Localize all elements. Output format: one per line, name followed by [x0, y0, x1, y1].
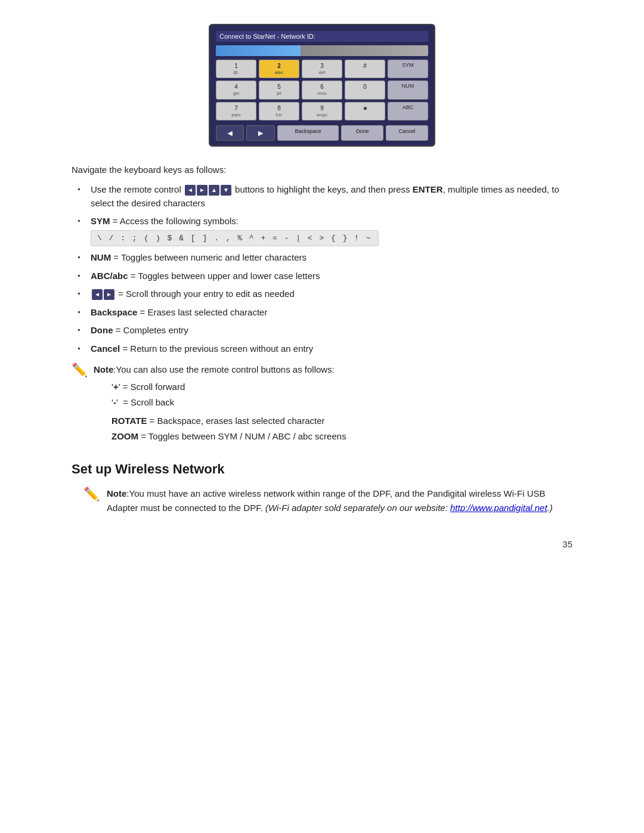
remote-arrows: ◄ ► ▲ ▼	[185, 185, 231, 196]
sym-bold: SYM	[91, 216, 110, 226]
remote-shortcuts-list: '+' = Scroll forward '-' = Scroll back	[94, 379, 346, 410]
abc-text: = Toggles between upper and lower case l…	[131, 271, 320, 281]
bullet-remote-control: Use the remote control ◄ ► ▲ ▼ buttons t…	[78, 183, 572, 210]
bullet-cancel: Cancel = Return to the previous screen w…	[78, 342, 572, 356]
section-heading: Set up Wireless Network	[72, 462, 572, 477]
main-content: Navigate the keyboard keys as follows: U…	[72, 165, 572, 444]
keyboard-title: Connect to StarNet - Network ID:	[216, 31, 428, 42]
key-1-at[interactable]: 1@.	[216, 60, 256, 78]
key-8-tuv[interactable]: 8tuv	[259, 102, 299, 120]
remote-down-icon: ▼	[221, 185, 231, 196]
keyboard-simulator: Connect to StarNet - Network ID: 1@. 2ab…	[209, 24, 435, 147]
key-left-arrow[interactable]: ◄	[216, 125, 244, 141]
note-content: Note:You can also use the remote control…	[94, 363, 346, 444]
sym-text: = Access the following symbols:	[113, 216, 239, 226]
key-abc-caps[interactable]: ABC	[388, 102, 428, 120]
num-bold: NUM	[91, 252, 111, 262]
key-5-jkl[interactable]: 5jkl	[259, 80, 299, 99]
rotate-zoom-block: ROTATE = Backspace, erases last selected…	[94, 413, 346, 444]
done-bold: Done	[91, 325, 113, 335]
key-backspace[interactable]: Backspace	[277, 125, 339, 141]
key-cancel[interactable]: Cancel	[386, 125, 428, 141]
backspace-text: = Erases last selected character	[140, 307, 268, 317]
keyboard-row-1: 1@. 2abc 3def # SYM	[216, 60, 428, 78]
remote-right-icon: ►	[197, 185, 208, 196]
keyboard-input-row	[216, 45, 428, 56]
rotate-text: ROTATE = Backspace, erases last selected…	[112, 413, 346, 429]
note-bold: Note	[94, 364, 113, 374]
key-3-def[interactable]: 3def	[302, 60, 342, 78]
note-pencil-icon: ✏️	[72, 363, 88, 378]
key-6-mno[interactable]: 6mno	[302, 80, 342, 99]
keyboard-input-fill	[216, 45, 428, 56]
key-7-pqrs[interactable]: 7pqrs	[216, 102, 256, 120]
shortcut-plus-key: '+'	[112, 382, 120, 392]
enter-bold: ENTER	[413, 184, 443, 194]
key-right-arrow[interactable]: ►	[246, 125, 274, 141]
zoom-bold: ZOOM	[112, 431, 138, 441]
keyboard-bottom-row: ◄ ► Backspace Done Cancel	[216, 125, 428, 141]
num-text: = Toggles between numeric and letter cha…	[113, 252, 306, 262]
key-2-abc[interactable]: 2abc	[259, 60, 299, 78]
bullet-list: Use the remote control ◄ ► ▲ ▼ buttons t…	[72, 183, 572, 355]
bullet-remote-prefix: Use the remote control	[91, 184, 184, 194]
key-num[interactable]: NUM	[388, 80, 428, 99]
bullet-num: NUM = Toggles between numeric and letter…	[78, 251, 572, 265]
key-sym[interactable]: SYM	[388, 60, 428, 78]
key-hash[interactable]: #	[345, 60, 385, 78]
key-star[interactable]: ★	[345, 102, 385, 120]
shortcut-minus: '-' = Scroll back	[112, 395, 346, 410]
keyboard-row-2: 4ghi 5jkl 6mno 0 NUM	[216, 80, 428, 99]
scroll-text: = Scroll through your entry to edit as n…	[118, 289, 295, 299]
zoom-text: ZOOM = Toggles between SYM / NUM / ABC /…	[112, 429, 346, 444]
bullet-backspace: Backspace = Erases last selected charact…	[78, 306, 572, 320]
bullet-abc: ABC/abc = Toggles between upper and lowe…	[78, 270, 572, 283]
remote-up-icon: ▲	[209, 185, 219, 196]
wireless-note-text: Note:You must have an active wireless ne…	[107, 487, 572, 515]
sym-bar: \ / : ; ( ) $ & [ ] . , % ^ + = - | < > …	[91, 230, 379, 247]
key-done[interactable]: Done	[341, 125, 383, 141]
page-number: 35	[72, 539, 572, 549]
bullet-done: Done = Completes entry	[78, 324, 572, 337]
scroll-right-icon: ►	[104, 289, 114, 300]
abc-bold: ABC/abc	[91, 271, 128, 281]
key-4-ghi[interactable]: 4ghi	[216, 80, 256, 99]
keyboard-image-container: Connect to StarNet - Network ID: 1@. 2ab…	[72, 24, 572, 147]
bullet-sym: SYM = Access the following symbols: \ / …	[78, 215, 572, 246]
pandigital-link[interactable]: http://www.pandigital.net	[450, 503, 547, 513]
note-text: Note:You can also use the remote control…	[94, 364, 335, 374]
shortcut-plus: '+' = Scroll forward	[112, 379, 346, 395]
wireless-note-bold: Note	[107, 488, 126, 498]
intro-text: Navigate the keyboard keys as follows:	[72, 165, 572, 175]
scroll-left-icon: ◄	[92, 289, 103, 300]
keyboard-row-3: 7pqrs 8tuv 9wxyz ★ ABC	[216, 102, 428, 120]
wireless-italic-text: (Wi-Fi adapter sold separately on our we…	[265, 503, 553, 513]
done-text: = Completes entry	[116, 325, 188, 335]
cancel-text: = Return to the previous screen without …	[122, 343, 313, 354]
cancel-bold: Cancel	[91, 343, 120, 354]
note-block: ✏️ Note:You can also use the remote cont…	[72, 363, 572, 444]
key-9-wxyz[interactable]: 9wxyz	[302, 102, 342, 120]
scroll-arrows-icon: ◄ ►	[92, 289, 114, 300]
shortcut-minus-key: '-'	[112, 397, 118, 407]
bullet-scroll-arrows: ◄ ► = Scroll through your entry to edit …	[78, 287, 572, 301]
backspace-bold: Backspace	[91, 307, 137, 317]
remote-left-icon: ◄	[185, 185, 196, 196]
rotate-bold: ROTATE	[112, 416, 147, 426]
wireless-note-block: ✏️ Note:You must have an active wireless…	[83, 487, 572, 515]
key-0[interactable]: 0	[345, 80, 385, 99]
keyboard-rows: 1@. 2abc 3def # SYM 4ghi 5jkl 6mno 0 NUM…	[216, 60, 428, 141]
wireless-note-pencil-icon: ✏️	[83, 487, 100, 502]
